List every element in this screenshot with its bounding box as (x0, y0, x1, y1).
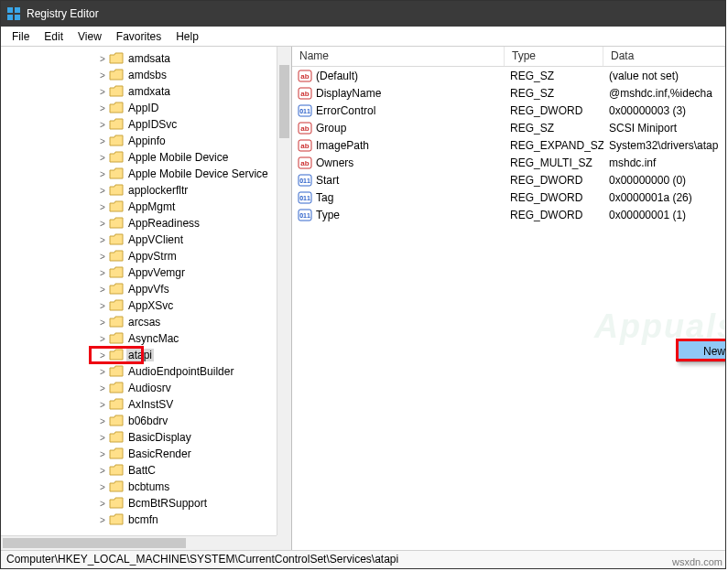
expand-icon[interactable]: > (97, 334, 108, 344)
value-row[interactable]: 011TypeREG_DWORD0x00000001 (1) (292, 206, 725, 223)
tree-item[interactable]: >AppReadiness (1, 215, 277, 232)
menu-help[interactable]: Help (168, 28, 206, 45)
menu-favorites[interactable]: Favorites (109, 28, 168, 45)
values-list[interactable]: ab(Default)REG_SZ(value not set)abDispla… (292, 67, 725, 223)
value-row[interactable]: abOwnersREG_MULTI_SZmshdc.inf (292, 154, 725, 171)
expand-icon[interactable]: > (97, 268, 108, 278)
tree-item[interactable]: >BasicRender (1, 446, 277, 462)
tree-item[interactable]: >Apple Mobile Device (1, 149, 277, 166)
scrollbar-thumb[interactable] (279, 65, 289, 138)
tree-item-label: amdxata (126, 85, 172, 98)
tree-item-label: Audiosrv (126, 382, 173, 394)
tree-item[interactable]: >applockerfltr (1, 182, 277, 199)
tree-item[interactable]: >amdsbs (1, 67, 277, 83)
value-name: ErrorControl (316, 104, 375, 117)
expand-icon[interactable]: > (97, 499, 108, 509)
tree-item[interactable]: >b06bdrv (1, 413, 277, 429)
tree-vertical-scrollbar[interactable] (277, 47, 291, 535)
svg-rect-0 (7, 7, 13, 13)
tree-item[interactable]: >bcbtums (1, 479, 277, 495)
folder-icon (109, 283, 124, 296)
value-row[interactable]: 011TagREG_DWORD0x0000001a (26) (292, 189, 725, 206)
tree-item[interactable]: >bcmfn (1, 512, 277, 528)
tree-item-label: AppvVfs (126, 283, 171, 296)
tree-item[interactable]: >AppMgmt (1, 199, 277, 215)
expand-icon[interactable]: > (97, 252, 108, 262)
tree-item-label: Apple Mobile Device Service (126, 167, 270, 180)
expand-icon[interactable]: > (97, 482, 108, 492)
column-name[interactable]: Name (292, 47, 505, 66)
tree-item-label: AudioEndpointBuilder (126, 365, 235, 378)
expand-icon[interactable]: > (97, 103, 108, 113)
value-type: REG_SZ (505, 87, 603, 100)
tree-item[interactable]: >AppvStrm (1, 248, 277, 264)
expand-icon[interactable]: > (97, 318, 108, 328)
scrollbar-thumb[interactable] (3, 538, 186, 548)
expand-icon[interactable]: > (97, 54, 108, 64)
expand-icon[interactable]: > (97, 400, 108, 410)
value-row[interactable]: ab(Default)REG_SZ(value not set) (292, 67, 725, 84)
expand-icon[interactable]: > (97, 449, 108, 459)
value-row[interactable]: 011StartREG_DWORD0x00000000 (0) (292, 171, 725, 189)
tree-item[interactable]: >BcmBtRSupport (1, 495, 277, 512)
expand-icon[interactable]: > (97, 153, 108, 163)
tree-item-label: BasicRender (126, 447, 193, 460)
tree-item[interactable]: >amdxata (1, 83, 277, 100)
tree-item[interactable]: >Audiosrv (1, 380, 277, 396)
expand-icon[interactable]: > (97, 235, 108, 245)
tree-item[interactable]: >AxInstSV (1, 396, 277, 413)
expand-icon[interactable]: > (97, 186, 108, 196)
tree-item[interactable]: >arcsas (1, 314, 277, 330)
tree-item[interactable]: >AppvVemgr (1, 264, 277, 281)
tree-item[interactable]: >AppID (1, 100, 277, 116)
tree-item[interactable]: >Apple Mobile Device Service (1, 166, 277, 182)
menu-edit[interactable]: Edit (37, 28, 71, 45)
expand-icon[interactable]: > (97, 70, 108, 81)
tree-item[interactable]: >AppVClient (1, 232, 277, 248)
expand-icon[interactable]: > (97, 433, 108, 443)
tree-item[interactable]: >BasicDisplay (1, 429, 277, 446)
expand-icon[interactable]: > (97, 466, 108, 476)
expand-icon[interactable]: > (97, 416, 108, 426)
tree-item[interactable]: >amdsata (1, 50, 277, 67)
tree-item-label: bcmfn (126, 513, 160, 526)
scroll-corner (277, 535, 291, 550)
column-data[interactable]: Data (603, 47, 725, 66)
menu-view[interactable]: View (71, 28, 109, 45)
svg-text:011: 011 (299, 108, 310, 114)
value-row[interactable]: abImagePathREG_EXPAND_SZSystem32\drivers… (292, 136, 725, 154)
value-type: REG_DWORD (505, 104, 603, 117)
folder-icon (109, 480, 124, 493)
expand-icon[interactable]: > (97, 202, 108, 212)
expand-icon[interactable]: > (97, 87, 108, 97)
expand-icon[interactable]: > (97, 169, 108, 179)
svg-rect-3 (15, 15, 20, 20)
tree-item[interactable]: >AsyncMac (1, 330, 277, 347)
tree-horizontal-scrollbar[interactable] (1, 535, 277, 550)
menu-file[interactable]: File (5, 28, 37, 45)
column-type[interactable]: Type (505, 47, 603, 66)
tree-item[interactable]: >AppXSvc (1, 297, 277, 314)
context-menu[interactable]: New ▶ (677, 339, 725, 362)
expand-icon[interactable]: > (97, 383, 108, 393)
folder-icon (109, 69, 124, 81)
registry-tree[interactable]: >amdsata>amdsbs>amdxata>AppID>AppIDSvc>A… (1, 47, 277, 528)
value-row[interactable]: abGroupREG_SZSCSI Miniport (292, 119, 725, 136)
value-row[interactable]: abDisplayNameREG_SZ@mshdc.inf,%idecha (292, 84, 725, 102)
tree-item[interactable]: >atapi (1, 347, 277, 363)
expand-icon[interactable]: > (97, 120, 108, 130)
tree-item[interactable]: >AudioEndpointBuilder (1, 363, 277, 380)
context-item-new[interactable]: New ▶ (678, 340, 725, 361)
expand-icon[interactable]: > (97, 285, 108, 295)
value-row[interactable]: 011ErrorControlREG_DWORD0x00000003 (3) (292, 102, 725, 119)
expand-icon[interactable]: > (97, 219, 108, 229)
expand-icon[interactable]: > (97, 136, 108, 146)
tree-item[interactable]: >AppvVfs (1, 281, 277, 297)
tree-item[interactable]: >BattC (1, 462, 277, 479)
expand-icon[interactable]: > (97, 367, 108, 377)
expand-icon[interactable]: > (97, 301, 108, 311)
expand-icon[interactable]: > (97, 515, 108, 525)
tree-item[interactable]: >AppIDSvc (1, 116, 277, 133)
tree-item[interactable]: >Appinfo (1, 133, 277, 149)
expand-icon[interactable]: > (97, 350, 108, 361)
